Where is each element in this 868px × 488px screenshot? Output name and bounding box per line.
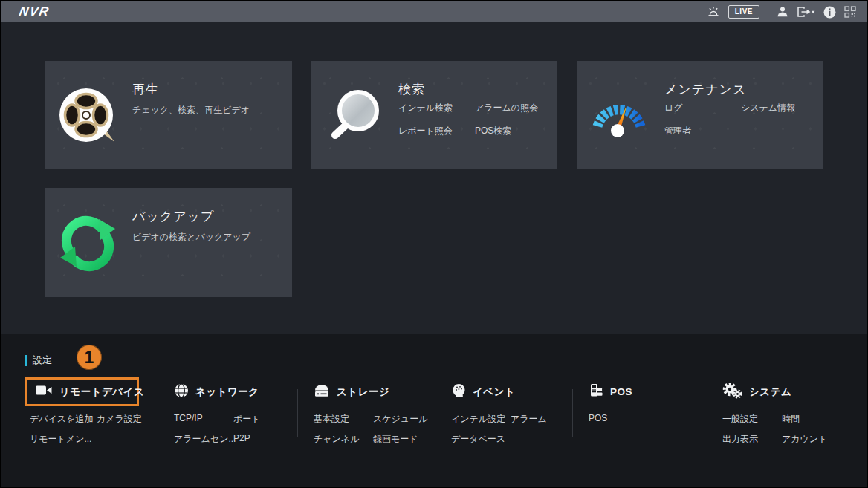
step-1-badge: 1 xyxy=(77,345,102,370)
tile-title-search: 検索 xyxy=(398,81,425,98)
settings-heading: 設定 xyxy=(25,354,52,367)
sync-arrows-icon xyxy=(58,213,117,273)
link-alarm[interactable]: アラーム xyxy=(511,413,547,426)
link-system-info[interactable]: システム情報 xyxy=(741,102,795,114)
tile-title-maintenance: メンテナンス xyxy=(664,81,746,98)
pos-button[interactable]: POS xyxy=(583,377,648,406)
system-links: 一般設定 時間 出力表示 アカウント xyxy=(717,413,827,446)
main-menu-area: 再生 チェック、検索、再生ビデオ 検索 xyxy=(1,22,867,334)
link-channel[interactable]: チャンネル xyxy=(314,433,373,446)
link-tcp-ip[interactable]: TCP/IP xyxy=(174,413,233,426)
event-button[interactable]: イベント xyxy=(446,377,547,406)
remote-device-button[interactable]: リモートデバイス xyxy=(25,377,139,406)
link-pos-search[interactable]: POS検索 xyxy=(475,125,538,137)
magnifier-icon xyxy=(324,86,383,146)
alarm-beacon-icon[interactable] xyxy=(707,5,720,19)
tile-maintenance-links: ログ システム情報 管理者 xyxy=(664,102,795,137)
link-output-display[interactable]: 出力表示 xyxy=(722,433,782,446)
logout-icon[interactable] xyxy=(797,6,815,18)
settings-heading-label: 設定 xyxy=(33,354,52,367)
section-divider xyxy=(435,389,435,437)
tile-maintenance[interactable]: メンテナンス ログ システム情報 管理者 xyxy=(577,61,823,169)
live-button[interactable]: LIVE xyxy=(728,5,760,19)
globe-icon xyxy=(174,383,189,401)
pos-links: POS xyxy=(583,413,648,423)
settings-section-storage: ストレージ 基本設定 スケジュール チャンネル 録画モード xyxy=(308,377,427,446)
storage-button[interactable]: ストレージ xyxy=(308,377,427,406)
section-title: POS xyxy=(610,386,632,397)
pos-terminal-icon xyxy=(589,383,603,401)
tile-search[interactable]: 検索 インテル検索 アラームの照会 レポート照会 POS検索 xyxy=(311,61,557,169)
link-administrator[interactable]: 管理者 xyxy=(664,125,741,137)
link-database[interactable]: データベース xyxy=(451,433,511,446)
link-time[interactable]: 時間 xyxy=(782,413,827,426)
event-links: インテル設定 アラーム データベース xyxy=(446,413,547,446)
link-pos[interactable]: POS xyxy=(589,413,648,423)
section-title: ストレージ xyxy=(337,385,389,399)
tile-title-backup: バックアップ xyxy=(132,208,214,225)
link-schedule[interactable]: スケジュール xyxy=(373,413,427,426)
tile-search-links: インテル検索 アラームの照会 レポート照会 POS検索 xyxy=(398,102,538,137)
video-camera-icon xyxy=(36,385,52,399)
link-intel-settings[interactable]: インテル設定 xyxy=(451,413,511,426)
info-icon[interactable] xyxy=(823,6,836,19)
network-button[interactable]: ネットワーク xyxy=(169,377,261,406)
qr-code-icon[interactable] xyxy=(844,6,856,18)
storage-links: 基本設定 スケジュール チャンネル 録画モード xyxy=(308,413,427,446)
link-record-mode[interactable]: 録画モード xyxy=(373,433,427,446)
tile-title-playback: 再生 xyxy=(132,81,159,98)
network-links: TCP/IP ポート アラームセン... P2P xyxy=(169,413,261,446)
topbar: NVR LIVE xyxy=(1,1,867,22)
link-basic-settings[interactable]: 基本設定 xyxy=(314,413,373,426)
remote-device-links: デバイスを追加 カメラ設定 リモートメン... xyxy=(25,413,142,446)
settings-panel: 設定 1 リモートデバイス デバイスを追加 カメラ設定 リモートメン xyxy=(1,334,867,487)
system-button[interactable]: システム xyxy=(717,377,827,406)
section-title: ネットワーク xyxy=(195,385,259,399)
tile-subtitle-backup: ビデオの検索とバックアップ xyxy=(132,231,250,244)
settings-section-event: イベント インテル設定 アラーム データベース xyxy=(446,377,547,446)
section-divider xyxy=(158,389,158,437)
section-divider xyxy=(297,389,298,437)
user-icon[interactable] xyxy=(777,6,788,18)
cyan-accent-bar xyxy=(25,355,27,366)
link-remote-maintenance[interactable]: リモートメン... xyxy=(30,433,97,446)
app-window: NVR LIVE xyxy=(0,0,868,488)
section-title: イベント xyxy=(473,385,515,399)
link-camera-settings[interactable]: カメラ設定 xyxy=(97,413,142,426)
tile-subtitle-playback: チェック、検索、再生ビデオ xyxy=(132,104,250,117)
section-title: リモートデバイス xyxy=(59,385,144,399)
hard-drive-icon xyxy=(314,383,330,401)
link-add-device[interactable]: デバイスを追加 xyxy=(30,413,97,426)
film-reel-icon xyxy=(58,86,117,146)
link-report-inquiry[interactable]: レポート照会 xyxy=(398,125,475,137)
head-brain-icon xyxy=(451,383,466,401)
gears-icon xyxy=(722,383,742,402)
settings-section-system: システム 一般設定 時間 出力表示 アカウント xyxy=(717,377,827,446)
tile-backup[interactable]: バックアップ ビデオの検索とバックアップ xyxy=(45,188,292,297)
link-intel-search[interactable]: インテル検索 xyxy=(398,102,475,114)
settings-section-remote-device: リモートデバイス デバイスを追加 カメラ設定 リモートメン... xyxy=(25,377,142,446)
link-alarm-center[interactable]: アラームセン... xyxy=(174,433,233,446)
tile-playback[interactable]: 再生 チェック、検索、再生ビデオ xyxy=(45,61,292,169)
settings-section-network: ネットワーク TCP/IP ポート アラームセン... P2P xyxy=(169,377,261,446)
link-log[interactable]: ログ xyxy=(664,102,741,114)
nvr-logo: NVR xyxy=(18,4,51,19)
link-alarm-inquiry[interactable]: アラームの照会 xyxy=(475,102,538,114)
section-divider xyxy=(710,389,710,437)
topbar-actions: LIVE xyxy=(707,1,856,22)
topbar-divider xyxy=(768,7,768,17)
settings-section-pos: POS POS xyxy=(583,377,648,423)
link-account[interactable]: アカウント xyxy=(782,433,827,446)
link-port[interactable]: ポート xyxy=(233,413,261,426)
link-p2p[interactable]: P2P xyxy=(233,433,261,446)
section-title: システム xyxy=(749,385,791,399)
section-divider xyxy=(572,389,573,437)
link-general-settings[interactable]: 一般設定 xyxy=(722,413,782,426)
gauge-icon xyxy=(590,86,650,146)
